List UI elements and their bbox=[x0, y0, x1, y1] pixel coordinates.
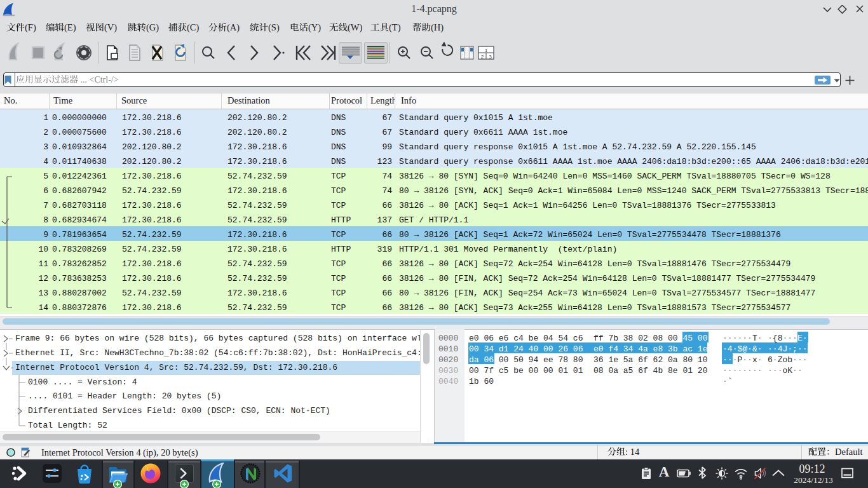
svg-text:1: 1 bbox=[485, 48, 487, 53]
svg-text:3: 3 bbox=[489, 54, 492, 60]
svg-text:2: 2 bbox=[481, 54, 484, 60]
